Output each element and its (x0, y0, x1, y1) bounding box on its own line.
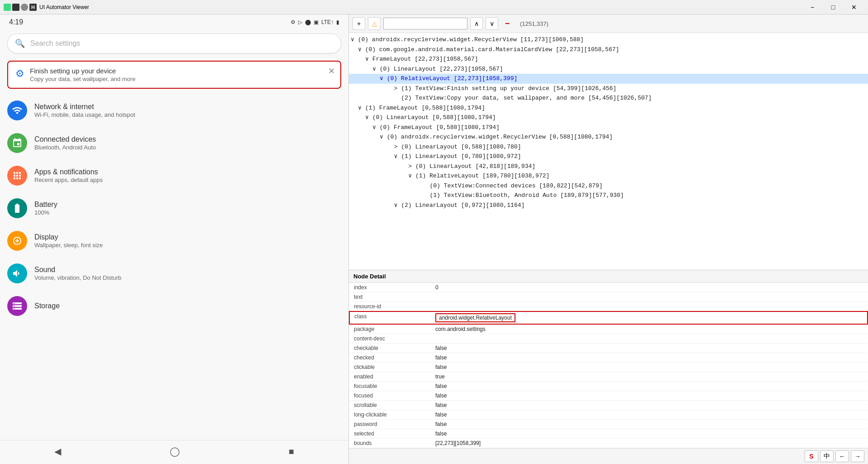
back-button[interactable]: ◀ (43, 444, 72, 459)
battery-text: Battery 100% (34, 201, 341, 216)
toggle-7[interactable]: ∨ (358, 105, 362, 111)
tree-node-10[interactable]: ∨ (0) androidx.recyclerview.widget.Recyc… (349, 132, 868, 142)
tree-node-11[interactable]: > (0) LinearLayout [0,588][1080,780] (349, 142, 868, 152)
gear-icon: ⚙ (15, 68, 24, 80)
detail-row-clickable: clickable false (349, 363, 868, 372)
tree-node-8[interactable]: ∨ (0) LinearLayout [0,588][1080,1794] (349, 113, 868, 123)
connected-icon (7, 133, 27, 153)
connected-text: Connected devices Bluetooth, Android Aut… (34, 135, 341, 151)
network-sub: Wi-Fi, mobile, data usage, and hotspot (34, 111, 341, 118)
network-text: Network & internet Wi-Fi, mobile, data u… (34, 103, 341, 118)
toggle-13[interactable]: > (408, 163, 412, 170)
settings-item-battery[interactable]: Battery 100% (0, 192, 348, 225)
tree-node-4-highlighted[interactable]: ∨ (0) RelativeLayout [22,273][1058,399] (349, 74, 868, 84)
detail-row-index: index 0 (349, 283, 868, 292)
detail-row-scrollable: scrollable false (349, 401, 868, 410)
tree-node-17[interactable]: ∨ (2) LinearLayout [0,972][1080,1164] (349, 201, 868, 210)
search-bar[interactable]: 🔍 Search settings (7, 33, 341, 53)
node-detail-title: Node Detail (349, 270, 868, 283)
storage-title: Storage (34, 302, 341, 310)
settings-item-display[interactable]: Display Wallpaper, sleep, font size (0, 225, 348, 257)
settings-item-network[interactable]: Network & internet Wi-Fi, mobile, data u… (0, 94, 348, 127)
tree-node-5[interactable]: > (1) TextView:Finish setting up your de… (349, 84, 868, 94)
search-icon: 🔍 (15, 38, 25, 48)
toggle-1[interactable]: ∨ (358, 46, 362, 53)
detail-row-password: password false (349, 420, 868, 429)
toggle-9[interactable]: ∨ (372, 124, 376, 131)
apps-title: Apps & notifications (34, 168, 341, 176)
toggle-12[interactable]: ∨ (394, 153, 398, 160)
tree-node-9[interactable]: ∨ (0) FrameLayout [0,588][1080,1794] (349, 123, 868, 133)
dark-icon (12, 4, 19, 11)
toggle-0[interactable]: ∨ (351, 36, 354, 43)
s-button[interactable]: S (805, 450, 818, 462)
down-button[interactable]: ∨ (486, 17, 498, 30)
tree-node-6[interactable]: (2) TextView:Copy your data, set wallpap… (349, 93, 868, 103)
connected-sub: Bluetooth, Android Auto (34, 144, 341, 151)
tree-node-13[interactable]: > (0) LinearLayout [42,818][189,934] (349, 162, 868, 172)
phone-nav-bar: ◀ ◯ ■ (0, 440, 348, 464)
tree-node-3[interactable]: ∨ (0) LinearLayout [22,273][1058,567] (349, 64, 868, 74)
search-input[interactable] (383, 18, 467, 29)
settings-item-connected[interactable]: Connected devices Bluetooth, Android Aut… (0, 127, 348, 159)
network-icon (7, 100, 27, 120)
settings-item-apps[interactable]: Apps & notifications Recent apps, defaul… (0, 159, 348, 192)
notification-card[interactable]: ⚙ Finish setting up your device Copy you… (7, 61, 341, 89)
close-notification-button[interactable]: ✕ (328, 66, 335, 76)
battery-indicator: ▮ (336, 19, 339, 25)
detail-row-bounds: bounds [22,273][1058,399] (349, 439, 868, 448)
recents-button[interactable]: ■ (278, 445, 305, 459)
tree-node-15[interactable]: (0) TextView:Connected devices [189,822]… (349, 181, 868, 191)
tree-node-0[interactable]: ∨ (0) androidx.recyclerview.widget.Recyc… (349, 35, 868, 45)
toggle-8[interactable]: ∨ (365, 114, 369, 121)
bottom-toolbar: S 中 ← → (349, 448, 868, 464)
toggle-14[interactable]: ∨ (408, 172, 412, 179)
plus-button[interactable]: + (353, 17, 365, 30)
warning-button[interactable]: △ (368, 17, 381, 30)
toggle-4[interactable]: ∨ (380, 75, 383, 82)
tree-node-14[interactable]: ∨ (1) RelativeLayout [189,780][1038,972] (349, 171, 868, 181)
file-status-icon: ▣ (314, 19, 319, 25)
maximize-button[interactable]: □ (823, 0, 844, 14)
connected-title: Connected devices (34, 135, 341, 144)
tree-node-12[interactable]: ∨ (1) LinearLayout [0,780][1080,972] (349, 152, 868, 162)
settings-item-storage[interactable]: Storage (0, 290, 348, 322)
detail-key-checkable: checkable (349, 344, 431, 353)
coords-display: (1251,337) (520, 20, 548, 27)
tree-node-16[interactable]: (1) TextView:Bluetooth, Android Auto [18… (349, 191, 868, 201)
battery-title: Battery (34, 201, 341, 209)
apps-text: Apps & notifications Recent apps, defaul… (34, 168, 341, 183)
play-status-icon: ▷ (298, 19, 302, 25)
tree-node-1[interactable]: ∨ (0) com.google.android.material.card.M… (349, 45, 868, 55)
detail-key-selected: selected (349, 429, 431, 439)
settings-item-sound[interactable]: Sound Volume, vibration, Do Not Disturb (0, 257, 348, 290)
home-button[interactable]: ◯ (159, 444, 191, 459)
detail-val-enabled: true (431, 372, 868, 382)
zh-button[interactable]: 中 (820, 450, 834, 462)
detail-val-password: false (431, 420, 868, 429)
detail-key-clickable: clickable (349, 363, 431, 372)
up-button[interactable]: ∧ (470, 17, 483, 30)
toggle-11[interactable]: > (394, 144, 398, 150)
toggle-5[interactable]: > (394, 85, 398, 92)
search-container: 🔍 Search settings (0, 30, 348, 59)
detail-row-checkable: checkable false (349, 344, 868, 353)
tree-node-7[interactable]: ∨ (1) FrameLayout [0,588][1080,1794] (349, 103, 868, 113)
detail-row-checked: checked false (349, 353, 868, 363)
close-button[interactable]: ✕ (844, 0, 864, 14)
app-title: UI Automator Viewer (39, 4, 89, 10)
detail-row-focusable: focusable false (349, 382, 868, 391)
left-arrow-button[interactable]: ← (835, 450, 849, 462)
detail-key-package: package (349, 324, 431, 334)
toggle-2[interactable]: ∨ (365, 56, 369, 62)
tree-node-2[interactable]: ∨ FrameLayout [22,273][1058,567] (349, 54, 868, 64)
detail-key-text: text (349, 292, 431, 302)
storage-icon (7, 296, 27, 316)
minus-button[interactable]: − (501, 17, 514, 30)
detail-row-content-desc: content-desc (349, 334, 868, 344)
toggle-3[interactable]: ∨ (372, 66, 376, 72)
minimize-button[interactable]: − (802, 0, 823, 14)
right-arrow-button[interactable]: → (851, 450, 864, 462)
toggle-17[interactable]: ∨ (394, 202, 398, 209)
toggle-10[interactable]: ∨ (380, 134, 383, 140)
